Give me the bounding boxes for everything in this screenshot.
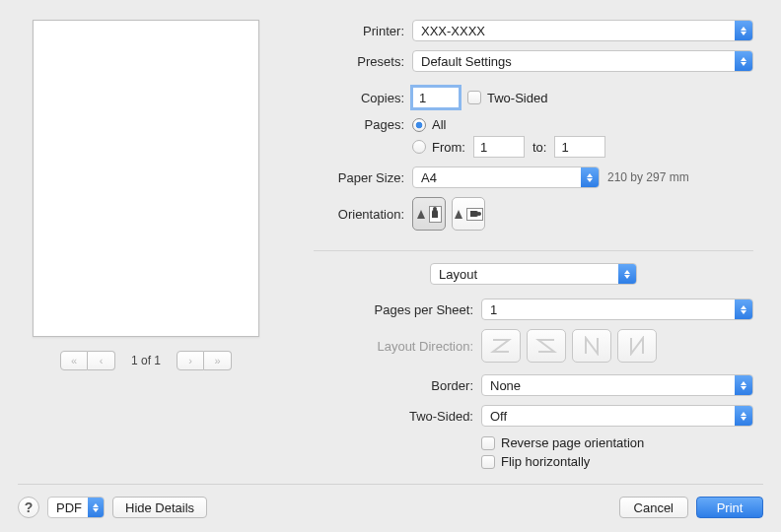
pages-all-label: All bbox=[432, 117, 446, 132]
two-sided-select[interactable]: Off bbox=[481, 405, 753, 427]
pages-range-row: From: to: bbox=[314, 136, 753, 158]
pages-per-sheet-row: Pages per Sheet: 1 bbox=[314, 299, 753, 320]
page-preview bbox=[33, 20, 259, 337]
n-path-icon bbox=[581, 336, 603, 356]
copies-input[interactable] bbox=[412, 87, 460, 108]
pages-from-input[interactable] bbox=[473, 136, 525, 158]
pages-per-sheet-select[interactable]: 1 bbox=[481, 299, 753, 320]
orientation-portrait-button[interactable] bbox=[412, 197, 446, 231]
pager-label: 1 of 1 bbox=[125, 354, 167, 367]
pdf-label: PDF bbox=[56, 500, 82, 515]
pager-first-button[interactable]: « bbox=[60, 351, 88, 370]
paper-size-select[interactable]: A4 bbox=[412, 166, 600, 188]
pager-next-button[interactable]: › bbox=[177, 351, 204, 370]
section-select[interactable]: Layout bbox=[430, 263, 637, 285]
printer-select[interactable]: XXX-XXXX bbox=[412, 20, 753, 41]
reverse-orientation-label: Reverse page orientation bbox=[501, 435, 644, 450]
section-row: Layout bbox=[314, 263, 753, 285]
layout-direction-2-button[interactable] bbox=[527, 329, 566, 363]
pager-last-button[interactable]: » bbox=[204, 351, 232, 370]
section-value: Layout bbox=[439, 267, 477, 282]
reverse-orientation-checkbox[interactable] bbox=[481, 436, 495, 450]
pages-label: Pages: bbox=[314, 117, 412, 132]
pages-from-label: From: bbox=[432, 140, 465, 155]
content-area: « ‹ 1 of 1 › » Printer: XXX-XXXX bbox=[18, 20, 763, 484]
flip-row: Flip horizontally bbox=[314, 454, 753, 469]
preview-column: « ‹ 1 of 1 › » bbox=[18, 20, 274, 484]
presets-value: Default Settings bbox=[421, 54, 512, 69]
border-value: None bbox=[490, 378, 521, 393]
dropdown-arrow-icon bbox=[735, 21, 752, 40]
two-sided-checkbox-label: Two-Sided bbox=[487, 91, 547, 105]
n-rev-path-icon bbox=[626, 336, 648, 356]
pages-row: Pages: All bbox=[314, 117, 753, 132]
paper-size-label: Paper Size: bbox=[314, 170, 412, 185]
two-sided-checkbox[interactable] bbox=[467, 91, 481, 104]
pages-all-radio[interactable] bbox=[412, 118, 426, 132]
pdf-menu-button[interactable]: PDF bbox=[47, 497, 105, 518]
printer-row: Printer: XXX-XXXX bbox=[314, 20, 753, 41]
paper-size-row: Paper Size: A4 210 by 297 mm bbox=[314, 166, 753, 188]
pager-next-group: › » bbox=[177, 351, 232, 370]
help-button[interactable]: ? bbox=[18, 497, 39, 518]
separator bbox=[314, 250, 753, 251]
printer-value: XXX-XXXX bbox=[421, 24, 485, 38]
paper-size-value: A4 bbox=[421, 170, 437, 185]
arrow-up-icon bbox=[417, 210, 425, 219]
pager-prev-group: « ‹ bbox=[60, 351, 115, 370]
hide-details-button[interactable]: Hide Details bbox=[112, 497, 207, 518]
dropdown-arrow-icon bbox=[735, 51, 752, 71]
layout-direction-label: Layout Direction: bbox=[314, 339, 481, 354]
flip-horizontally-label: Flip horizontally bbox=[501, 454, 590, 469]
two-sided-label: Two-Sided: bbox=[314, 409, 481, 424]
reverse-row: Reverse page orientation bbox=[314, 435, 753, 450]
border-select[interactable]: None bbox=[481, 374, 753, 396]
form-column: Printer: XXX-XXXX Presets: Default Setti… bbox=[314, 20, 763, 484]
dropdown-arrow-icon bbox=[735, 406, 752, 426]
pager-prev-button[interactable]: ‹ bbox=[88, 351, 115, 370]
layout-direction-3-button[interactable] bbox=[572, 329, 611, 363]
orientation-row: Orientation: bbox=[314, 197, 753, 231]
printer-label: Printer: bbox=[314, 24, 412, 38]
pages-to-label: to: bbox=[532, 140, 546, 155]
pager: « ‹ 1 of 1 › » bbox=[60, 351, 232, 370]
layout-direction-4-button[interactable] bbox=[617, 329, 657, 363]
arrow-up-icon bbox=[455, 210, 462, 219]
person-icon bbox=[470, 211, 478, 217]
person-icon bbox=[432, 210, 438, 218]
border-row: Border: None bbox=[314, 374, 753, 396]
cancel-button[interactable]: Cancel bbox=[619, 497, 688, 518]
copies-label: Copies: bbox=[314, 91, 412, 105]
two-sided-value: Off bbox=[490, 409, 507, 424]
presets-row: Presets: Default Settings bbox=[314, 50, 753, 72]
dropdown-arrow-icon bbox=[618, 264, 636, 284]
print-dialog: « ‹ 1 of 1 › » Printer: XXX-XXXX bbox=[0, 0, 781, 532]
pages-to-input[interactable] bbox=[554, 136, 605, 158]
flip-horizontally-checkbox[interactable] bbox=[481, 455, 495, 469]
presets-select[interactable]: Default Settings bbox=[412, 50, 753, 72]
pages-per-sheet-label: Pages per Sheet: bbox=[314, 302, 481, 317]
orientation-label: Orientation: bbox=[314, 207, 412, 222]
presets-label: Presets: bbox=[314, 54, 412, 69]
z-path-icon bbox=[490, 336, 512, 356]
layout-direction-row: Layout Direction: bbox=[314, 329, 753, 363]
pages-per-sheet-value: 1 bbox=[490, 302, 497, 317]
orientation-landscape-button[interactable] bbox=[452, 197, 485, 231]
two-sided-row: Two-Sided: Off bbox=[314, 405, 753, 427]
border-label: Border: bbox=[314, 378, 481, 393]
portrait-icon bbox=[429, 206, 442, 223]
s-path-icon bbox=[535, 336, 557, 356]
footer: ? PDF Hide Details Cancel Print bbox=[18, 484, 763, 518]
landscape-icon bbox=[466, 208, 483, 221]
copies-row: Copies: Two-Sided bbox=[314, 87, 753, 108]
dropdown-arrow-icon bbox=[88, 498, 104, 517]
dropdown-arrow-icon bbox=[735, 299, 752, 319]
paper-size-hint: 210 by 297 mm bbox=[607, 170, 689, 184]
dropdown-arrow-icon bbox=[581, 167, 599, 187]
dropdown-arrow-icon bbox=[735, 375, 752, 395]
print-button[interactable]: Print bbox=[696, 497, 763, 518]
pages-from-radio[interactable] bbox=[412, 140, 426, 154]
layout-direction-1-button[interactable] bbox=[481, 329, 521, 363]
